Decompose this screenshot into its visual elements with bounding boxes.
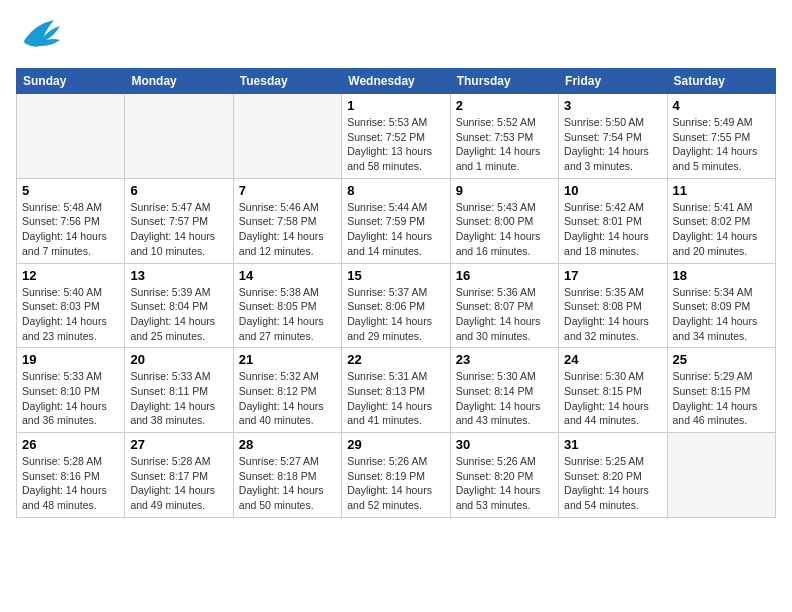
day-info: Sunrise: 5:47 AM Sunset: 7:57 PM Dayligh… [130,200,227,259]
calendar-week-row: 1Sunrise: 5:53 AM Sunset: 7:52 PM Daylig… [17,94,776,179]
calendar-day-cell: 8Sunrise: 5:44 AM Sunset: 7:59 PM Daylig… [342,178,450,263]
day-number: 2 [456,98,553,113]
day-number: 29 [347,437,444,452]
calendar-header-wednesday: Wednesday [342,69,450,94]
day-info: Sunrise: 5:29 AM Sunset: 8:15 PM Dayligh… [673,369,770,428]
logo [16,16,68,60]
day-number: 9 [456,183,553,198]
day-info: Sunrise: 5:40 AM Sunset: 8:03 PM Dayligh… [22,285,119,344]
calendar-day-cell: 1Sunrise: 5:53 AM Sunset: 7:52 PM Daylig… [342,94,450,179]
day-info: Sunrise: 5:30 AM Sunset: 8:15 PM Dayligh… [564,369,661,428]
calendar-day-cell: 29Sunrise: 5:26 AM Sunset: 8:19 PM Dayli… [342,433,450,518]
calendar-week-row: 12Sunrise: 5:40 AM Sunset: 8:03 PM Dayli… [17,263,776,348]
day-info: Sunrise: 5:25 AM Sunset: 8:20 PM Dayligh… [564,454,661,513]
day-number: 18 [673,268,770,283]
calendar-week-row: 19Sunrise: 5:33 AM Sunset: 8:10 PM Dayli… [17,348,776,433]
day-info: Sunrise: 5:44 AM Sunset: 7:59 PM Dayligh… [347,200,444,259]
calendar-header-sunday: Sunday [17,69,125,94]
day-info: Sunrise: 5:53 AM Sunset: 7:52 PM Dayligh… [347,115,444,174]
day-info: Sunrise: 5:36 AM Sunset: 8:07 PM Dayligh… [456,285,553,344]
calendar-week-row: 5Sunrise: 5:48 AM Sunset: 7:56 PM Daylig… [17,178,776,263]
day-info: Sunrise: 5:33 AM Sunset: 8:11 PM Dayligh… [130,369,227,428]
calendar-day-cell: 7Sunrise: 5:46 AM Sunset: 7:58 PM Daylig… [233,178,341,263]
calendar-day-cell: 15Sunrise: 5:37 AM Sunset: 8:06 PM Dayli… [342,263,450,348]
calendar-day-cell: 16Sunrise: 5:36 AM Sunset: 8:07 PM Dayli… [450,263,558,348]
calendar-header-monday: Monday [125,69,233,94]
day-number: 24 [564,352,661,367]
calendar-day-cell: 17Sunrise: 5:35 AM Sunset: 8:08 PM Dayli… [559,263,667,348]
calendar-day-cell: 26Sunrise: 5:28 AM Sunset: 8:16 PM Dayli… [17,433,125,518]
calendar-day-cell: 9Sunrise: 5:43 AM Sunset: 8:00 PM Daylig… [450,178,558,263]
day-number: 16 [456,268,553,283]
day-info: Sunrise: 5:28 AM Sunset: 8:17 PM Dayligh… [130,454,227,513]
day-number: 22 [347,352,444,367]
day-number: 8 [347,183,444,198]
calendar-day-cell: 12Sunrise: 5:40 AM Sunset: 8:03 PM Dayli… [17,263,125,348]
day-number: 1 [347,98,444,113]
calendar-day-cell [125,94,233,179]
day-number: 27 [130,437,227,452]
calendar-day-cell: 14Sunrise: 5:38 AM Sunset: 8:05 PM Dayli… [233,263,341,348]
day-info: Sunrise: 5:46 AM Sunset: 7:58 PM Dayligh… [239,200,336,259]
day-info: Sunrise: 5:39 AM Sunset: 8:04 PM Dayligh… [130,285,227,344]
calendar-day-cell: 30Sunrise: 5:26 AM Sunset: 8:20 PM Dayli… [450,433,558,518]
day-info: Sunrise: 5:43 AM Sunset: 8:00 PM Dayligh… [456,200,553,259]
day-info: Sunrise: 5:38 AM Sunset: 8:05 PM Dayligh… [239,285,336,344]
calendar-header-friday: Friday [559,69,667,94]
day-number: 20 [130,352,227,367]
day-info: Sunrise: 5:33 AM Sunset: 8:10 PM Dayligh… [22,369,119,428]
day-number: 28 [239,437,336,452]
day-number: 5 [22,183,119,198]
day-info: Sunrise: 5:30 AM Sunset: 8:14 PM Dayligh… [456,369,553,428]
calendar-day-cell: 23Sunrise: 5:30 AM Sunset: 8:14 PM Dayli… [450,348,558,433]
day-info: Sunrise: 5:49 AM Sunset: 7:55 PM Dayligh… [673,115,770,174]
calendar-table: SundayMondayTuesdayWednesdayThursdayFrid… [16,68,776,518]
day-info: Sunrise: 5:41 AM Sunset: 8:02 PM Dayligh… [673,200,770,259]
day-info: Sunrise: 5:26 AM Sunset: 8:20 PM Dayligh… [456,454,553,513]
calendar-day-cell: 25Sunrise: 5:29 AM Sunset: 8:15 PM Dayli… [667,348,775,433]
day-number: 15 [347,268,444,283]
calendar-day-cell: 11Sunrise: 5:41 AM Sunset: 8:02 PM Dayli… [667,178,775,263]
day-number: 12 [22,268,119,283]
day-info: Sunrise: 5:26 AM Sunset: 8:19 PM Dayligh… [347,454,444,513]
day-number: 26 [22,437,119,452]
calendar-day-cell: 3Sunrise: 5:50 AM Sunset: 7:54 PM Daylig… [559,94,667,179]
day-number: 30 [456,437,553,452]
day-number: 21 [239,352,336,367]
calendar-header-tuesday: Tuesday [233,69,341,94]
calendar-day-cell: 18Sunrise: 5:34 AM Sunset: 8:09 PM Dayli… [667,263,775,348]
calendar-day-cell [667,433,775,518]
day-info: Sunrise: 5:35 AM Sunset: 8:08 PM Dayligh… [564,285,661,344]
calendar-day-cell: 10Sunrise: 5:42 AM Sunset: 8:01 PM Dayli… [559,178,667,263]
calendar-day-cell: 13Sunrise: 5:39 AM Sunset: 8:04 PM Dayli… [125,263,233,348]
calendar-day-cell: 21Sunrise: 5:32 AM Sunset: 8:12 PM Dayli… [233,348,341,433]
day-number: 13 [130,268,227,283]
calendar-day-cell: 2Sunrise: 5:52 AM Sunset: 7:53 PM Daylig… [450,94,558,179]
calendar-day-cell: 22Sunrise: 5:31 AM Sunset: 8:13 PM Dayli… [342,348,450,433]
calendar-day-cell: 19Sunrise: 5:33 AM Sunset: 8:10 PM Dayli… [17,348,125,433]
day-number: 17 [564,268,661,283]
day-number: 11 [673,183,770,198]
calendar-day-cell: 28Sunrise: 5:27 AM Sunset: 8:18 PM Dayli… [233,433,341,518]
calendar-header-saturday: Saturday [667,69,775,94]
day-info: Sunrise: 5:31 AM Sunset: 8:13 PM Dayligh… [347,369,444,428]
day-info: Sunrise: 5:50 AM Sunset: 7:54 PM Dayligh… [564,115,661,174]
day-info: Sunrise: 5:37 AM Sunset: 8:06 PM Dayligh… [347,285,444,344]
day-info: Sunrise: 5:42 AM Sunset: 8:01 PM Dayligh… [564,200,661,259]
day-number: 19 [22,352,119,367]
calendar-day-cell: 24Sunrise: 5:30 AM Sunset: 8:15 PM Dayli… [559,348,667,433]
day-number: 10 [564,183,661,198]
day-info: Sunrise: 5:32 AM Sunset: 8:12 PM Dayligh… [239,369,336,428]
day-number: 31 [564,437,661,452]
day-number: 25 [673,352,770,367]
day-number: 23 [456,352,553,367]
day-info: Sunrise: 5:34 AM Sunset: 8:09 PM Dayligh… [673,285,770,344]
calendar-day-cell: 20Sunrise: 5:33 AM Sunset: 8:11 PM Dayli… [125,348,233,433]
day-number: 3 [564,98,661,113]
day-number: 14 [239,268,336,283]
calendar-day-cell [233,94,341,179]
day-info: Sunrise: 5:28 AM Sunset: 8:16 PM Dayligh… [22,454,119,513]
calendar-header-row: SundayMondayTuesdayWednesdayThursdayFrid… [17,69,776,94]
day-info: Sunrise: 5:27 AM Sunset: 8:18 PM Dayligh… [239,454,336,513]
calendar-day-cell: 4Sunrise: 5:49 AM Sunset: 7:55 PM Daylig… [667,94,775,179]
